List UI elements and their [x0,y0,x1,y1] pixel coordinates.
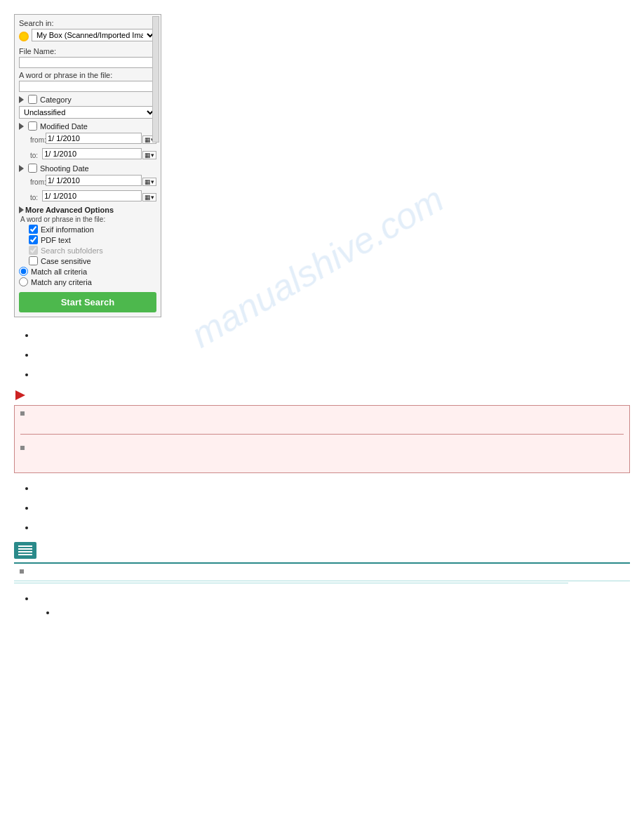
flag-section [14,389,630,473]
start-search-button[interactable]: Start Search [19,292,156,312]
modified-from-input[interactable] [46,133,142,144]
shooting-date-triangle[interactable] [19,165,24,172]
book-box-bullet-1 [20,569,24,574]
flag-box-text-1 [29,410,31,420]
shooting-from-label: from: [30,178,46,186]
flag-box-row-2 [20,444,624,454]
watermark: manualshive.com [184,178,450,356]
category-checkbox[interactable] [28,95,37,104]
book-box [14,562,630,581]
list-item [35,503,630,512]
search-in-row: My Box (Scanned/Imported Images) [19,29,156,44]
advanced-triangle[interactable] [19,206,24,213]
flag-box-bullet-2 [20,446,25,450]
book-box-row-1 [20,567,624,576]
list-item [35,522,630,532]
shooting-from-row: from: ▦▾ [19,175,156,189]
file-name-input[interactable] [19,57,156,68]
pdf-checkbox[interactable] [29,235,38,244]
pdf-row: PDF text [19,235,156,244]
list-item [56,607,630,617]
advanced-label: More Advanced Options [25,206,114,214]
flag-box-row-1 [20,410,624,420]
category-select[interactable]: Unclassified [19,106,156,119]
phrase-input[interactable] [19,81,156,92]
match-any-label: Match any criteria [31,278,92,286]
book-underline [14,583,568,583]
modified-to-label: to: [30,152,42,159]
shooting-date-checkbox[interactable] [28,164,37,173]
match-any-row: Match any criteria [19,277,156,286]
file-name-label: File Name: [19,47,156,55]
exif-label: Exif information [41,225,94,234]
category-label: Category [40,95,72,104]
flag-box-text-2 [29,444,31,454]
book-icon [14,542,630,561]
list-item [35,350,630,359]
list-item [35,369,630,379]
flag-icon [14,389,630,404]
shooting-date-label: Shooting Date [40,164,89,173]
case-label: Case sensitive [41,257,91,265]
book-box-text-1 [28,567,30,576]
shooting-date-row: Shooting Date [19,164,156,173]
modified-from-row: from: ▦▾ [19,133,156,147]
book-section [14,542,630,583]
flag-box [14,405,630,473]
category-row: Category [19,95,156,104]
modified-to-input[interactable] [42,148,142,159]
subfolders-checkbox[interactable] [29,246,38,255]
search-panel: Search in: My Box (Scanned/Imported Imag… [14,14,161,317]
modified-to-cal[interactable]: ▦▾ [142,151,156,159]
svg-marker-0 [15,390,25,400]
list-item [35,330,630,340]
modified-to-row: to: ▦▾ [19,148,156,162]
bullet-list-2 [35,483,630,532]
list-item [35,593,630,617]
my-box-icon [19,32,29,41]
category-triangle[interactable] [19,96,24,103]
modified-date-triangle[interactable] [19,123,24,130]
subfolders-row: Search subfolders [19,246,156,255]
svg-rect-1 [14,542,36,559]
shooting-from-input[interactable] [46,175,142,186]
scrollbar[interactable] [152,16,159,143]
flag-box-divider [20,434,624,435]
exif-row: Exif information [19,225,156,234]
bullet-list-1 [35,330,630,379]
shooting-to-label: to: [30,194,42,201]
phrase-label: A word or phrase in the file: [19,71,156,79]
shooting-to-cal[interactable]: ▦▾ [142,193,156,201]
search-in-select[interactable]: My Box (Scanned/Imported Images) [32,29,156,41]
case-row: Case sensitive [19,256,156,265]
match-any-radio[interactable] [19,277,28,286]
advanced-sub-label: A word or phrase in the file: [19,216,156,223]
exif-checkbox[interactable] [29,225,38,234]
bullet-list-3 [35,593,630,617]
case-checkbox[interactable] [29,256,38,265]
match-all-label: Match all criteria [31,267,87,276]
modified-date-checkbox[interactable] [28,121,37,131]
modified-date-label: Modified Date [40,122,88,131]
pdf-label: PDF text [41,236,71,244]
shooting-to-row: to: ▦▾ [19,190,156,204]
subfolders-label: Search subfolders [41,246,103,255]
advanced-section: More Advanced Options A word or phrase i… [19,206,156,286]
search-in-label: Search in: [19,19,156,27]
modified-from-label: from: [30,136,46,144]
match-all-radio[interactable] [19,267,28,276]
match-all-row: Match all criteria [19,267,156,276]
list-item [35,483,630,493]
nested-bullet-list [56,607,630,617]
shooting-to-input[interactable] [42,190,142,201]
advanced-title-row: More Advanced Options [19,206,156,214]
shooting-from-cal[interactable]: ▦▾ [142,178,156,186]
modified-date-row: Modified Date [19,121,156,131]
flag-box-bullet-1 [20,411,25,416]
